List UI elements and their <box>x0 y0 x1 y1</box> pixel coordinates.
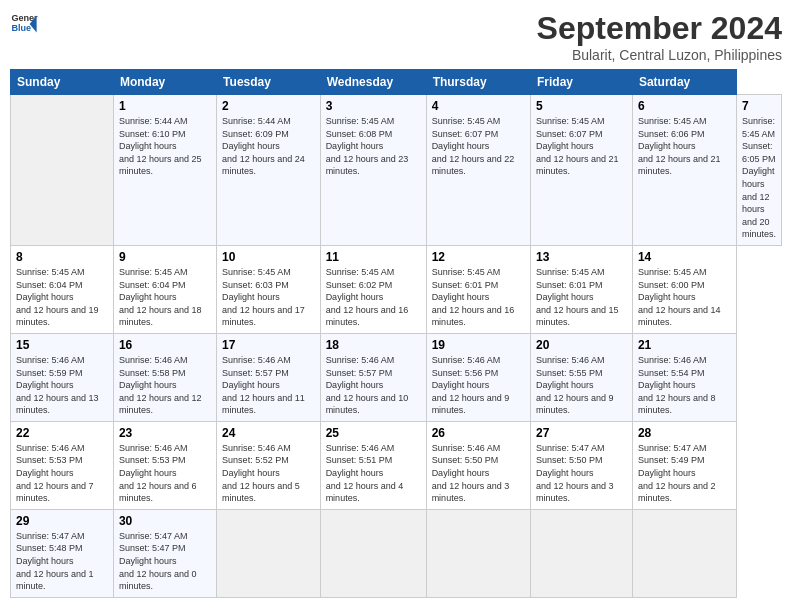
title-area: September 2024 Bularit, Central Luzon, P… <box>537 10 782 63</box>
day-info: Sunrise: 5:46 AMSunset: 5:50 PMDaylight … <box>432 442 525 505</box>
day-info: Sunrise: 5:47 AMSunset: 5:48 PMDaylight … <box>16 530 108 593</box>
table-row: 2Sunrise: 5:44 AMSunset: 6:09 PMDaylight… <box>217 95 321 246</box>
day-number: 12 <box>432 250 525 264</box>
day-number: 16 <box>119 338 211 352</box>
table-row: 19Sunrise: 5:46 AMSunset: 5:56 PMDayligh… <box>426 333 530 421</box>
logo-icon: General Blue <box>10 10 38 38</box>
day-info: Sunrise: 5:46 AMSunset: 5:55 PMDaylight … <box>536 354 627 417</box>
day-number: 28 <box>638 426 731 440</box>
day-number: 27 <box>536 426 627 440</box>
table-row: 16Sunrise: 5:46 AMSunset: 5:58 PMDayligh… <box>113 333 216 421</box>
day-number: 21 <box>638 338 731 352</box>
table-row: 20Sunrise: 5:46 AMSunset: 5:55 PMDayligh… <box>530 333 632 421</box>
day-info: Sunrise: 5:46 AMSunset: 5:56 PMDaylight … <box>432 354 525 417</box>
table-row: 18Sunrise: 5:46 AMSunset: 5:57 PMDayligh… <box>320 333 426 421</box>
table-row: 15Sunrise: 5:46 AMSunset: 5:59 PMDayligh… <box>11 333 114 421</box>
day-number: 29 <box>16 514 108 528</box>
day-number: 9 <box>119 250 211 264</box>
day-info: Sunrise: 5:46 AMSunset: 5:53 PMDaylight … <box>16 442 108 505</box>
day-info: Sunrise: 5:45 AMSunset: 6:01 PMDaylight … <box>432 266 525 329</box>
header-row: Sunday Monday Tuesday Wednesday Thursday… <box>11 70 782 95</box>
table-row: 30Sunrise: 5:47 AMSunset: 5:47 PMDayligh… <box>113 509 216 597</box>
day-number: 7 <box>742 99 776 113</box>
calendar-table: Sunday Monday Tuesday Wednesday Thursday… <box>10 69 782 598</box>
day-number: 14 <box>638 250 731 264</box>
day-number: 23 <box>119 426 211 440</box>
table-row: 11Sunrise: 5:45 AMSunset: 6:02 PMDayligh… <box>320 245 426 333</box>
table-row: 28Sunrise: 5:47 AMSunset: 5:49 PMDayligh… <box>632 421 736 509</box>
day-number: 22 <box>16 426 108 440</box>
page-header: General Blue September 2024 Bularit, Cen… <box>10 10 782 63</box>
day-info: Sunrise: 5:46 AMSunset: 5:57 PMDaylight … <box>222 354 315 417</box>
calendar-week-2: 15Sunrise: 5:46 AMSunset: 5:59 PMDayligh… <box>11 333 782 421</box>
table-row: 25Sunrise: 5:46 AMSunset: 5:51 PMDayligh… <box>320 421 426 509</box>
day-info: Sunrise: 5:46 AMSunset: 5:53 PMDaylight … <box>119 442 211 505</box>
table-row: 27Sunrise: 5:47 AMSunset: 5:50 PMDayligh… <box>530 421 632 509</box>
day-number: 26 <box>432 426 525 440</box>
col-tuesday: Tuesday <box>217 70 321 95</box>
day-number: 19 <box>432 338 525 352</box>
table-row: 5Sunrise: 5:45 AMSunset: 6:07 PMDaylight… <box>530 95 632 246</box>
day-info: Sunrise: 5:45 AMSunset: 6:08 PMDaylight … <box>326 115 421 178</box>
day-info: Sunrise: 5:45 AMSunset: 6:06 PMDaylight … <box>638 115 731 178</box>
day-info: Sunrise: 5:44 AMSunset: 6:09 PMDaylight … <box>222 115 315 178</box>
day-info: Sunrise: 5:45 AMSunset: 6:04 PMDaylight … <box>119 266 211 329</box>
day-number: 24 <box>222 426 315 440</box>
table-row: 17Sunrise: 5:46 AMSunset: 5:57 PMDayligh… <box>217 333 321 421</box>
day-info: Sunrise: 5:45 AMSunset: 6:07 PMDaylight … <box>536 115 627 178</box>
table-row: 12Sunrise: 5:45 AMSunset: 6:01 PMDayligh… <box>426 245 530 333</box>
table-row: 23Sunrise: 5:46 AMSunset: 5:53 PMDayligh… <box>113 421 216 509</box>
col-thursday: Thursday <box>426 70 530 95</box>
table-row: 3Sunrise: 5:45 AMSunset: 6:08 PMDaylight… <box>320 95 426 246</box>
calendar-title: September 2024 <box>537 10 782 47</box>
table-row: 14Sunrise: 5:45 AMSunset: 6:00 PMDayligh… <box>632 245 736 333</box>
day-info: Sunrise: 5:46 AMSunset: 5:59 PMDaylight … <box>16 354 108 417</box>
day-number: 8 <box>16 250 108 264</box>
col-saturday: Saturday <box>632 70 736 95</box>
day-number: 2 <box>222 99 315 113</box>
calendar-week-0: 1Sunrise: 5:44 AMSunset: 6:10 PMDaylight… <box>11 95 782 246</box>
table-row: 24Sunrise: 5:46 AMSunset: 5:52 PMDayligh… <box>217 421 321 509</box>
table-row <box>11 95 114 246</box>
calendar-week-4: 29Sunrise: 5:47 AMSunset: 5:48 PMDayligh… <box>11 509 782 597</box>
day-info: Sunrise: 5:44 AMSunset: 6:10 PMDaylight … <box>119 115 211 178</box>
svg-text:Blue: Blue <box>11 23 31 33</box>
table-row: 29Sunrise: 5:47 AMSunset: 5:48 PMDayligh… <box>11 509 114 597</box>
col-wednesday: Wednesday <box>320 70 426 95</box>
day-number: 6 <box>638 99 731 113</box>
table-row <box>530 509 632 597</box>
day-number: 10 <box>222 250 315 264</box>
day-info: Sunrise: 5:45 AMSunset: 6:01 PMDaylight … <box>536 266 627 329</box>
logo: General Blue <box>10 10 38 38</box>
col-sunday: Sunday <box>11 70 114 95</box>
day-number: 13 <box>536 250 627 264</box>
calendar-week-1: 8Sunrise: 5:45 AMSunset: 6:04 PMDaylight… <box>11 245 782 333</box>
day-info: Sunrise: 5:45 AMSunset: 6:02 PMDaylight … <box>326 266 421 329</box>
col-friday: Friday <box>530 70 632 95</box>
day-info: Sunrise: 5:45 AMSunset: 6:03 PMDaylight … <box>222 266 315 329</box>
table-row: 1Sunrise: 5:44 AMSunset: 6:10 PMDaylight… <box>113 95 216 246</box>
day-info: Sunrise: 5:45 AMSunset: 6:00 PMDaylight … <box>638 266 731 329</box>
day-number: 4 <box>432 99 525 113</box>
table-row: 9Sunrise: 5:45 AMSunset: 6:04 PMDaylight… <box>113 245 216 333</box>
day-info: Sunrise: 5:46 AMSunset: 5:54 PMDaylight … <box>638 354 731 417</box>
table-row: 22Sunrise: 5:46 AMSunset: 5:53 PMDayligh… <box>11 421 114 509</box>
day-info: Sunrise: 5:46 AMSunset: 5:58 PMDaylight … <box>119 354 211 417</box>
day-info: Sunrise: 5:45 AMSunset: 6:05 PMDaylight … <box>742 115 776 241</box>
day-number: 17 <box>222 338 315 352</box>
table-row: 8Sunrise: 5:45 AMSunset: 6:04 PMDaylight… <box>11 245 114 333</box>
day-number: 5 <box>536 99 627 113</box>
day-info: Sunrise: 5:47 AMSunset: 5:49 PMDaylight … <box>638 442 731 505</box>
day-number: 30 <box>119 514 211 528</box>
table-row: 21Sunrise: 5:46 AMSunset: 5:54 PMDayligh… <box>632 333 736 421</box>
table-row: 13Sunrise: 5:45 AMSunset: 6:01 PMDayligh… <box>530 245 632 333</box>
day-info: Sunrise: 5:46 AMSunset: 5:57 PMDaylight … <box>326 354 421 417</box>
table-row <box>632 509 736 597</box>
table-row: 4Sunrise: 5:45 AMSunset: 6:07 PMDaylight… <box>426 95 530 246</box>
day-number: 3 <box>326 99 421 113</box>
calendar-subtitle: Bularit, Central Luzon, Philippines <box>537 47 782 63</box>
table-row: 6Sunrise: 5:45 AMSunset: 6:06 PMDaylight… <box>632 95 736 246</box>
day-number: 20 <box>536 338 627 352</box>
table-row: 7Sunrise: 5:45 AMSunset: 6:05 PMDaylight… <box>736 95 781 246</box>
day-number: 25 <box>326 426 421 440</box>
